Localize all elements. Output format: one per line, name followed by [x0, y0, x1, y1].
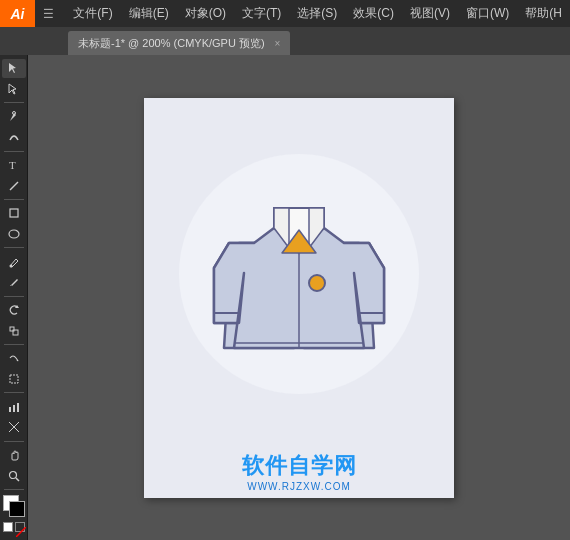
canvas-area: 软件自学网 WWW.RJZXW.COM	[28, 55, 570, 540]
separator-color	[4, 489, 24, 490]
toolbar: T	[0, 55, 28, 540]
menu-view[interactable]: 视图(V)	[402, 0, 458, 27]
selection-tool[interactable]	[2, 59, 26, 78]
artboard: 软件自学网 WWW.RJZXW.COM	[144, 98, 454, 498]
svg-rect-5	[10, 209, 18, 217]
slice-tool[interactable]	[2, 418, 26, 437]
main-area: T	[0, 55, 570, 540]
svg-point-6	[9, 230, 19, 238]
separator-6	[4, 344, 24, 345]
separator-5	[4, 296, 24, 297]
rect-tool[interactable]	[2, 204, 26, 223]
separator-2	[4, 151, 24, 152]
direct-selection-tool[interactable]	[2, 80, 26, 99]
separator-3	[4, 199, 24, 200]
pencil-tool[interactable]	[2, 273, 26, 292]
menu-object[interactable]: 对象(O)	[177, 0, 234, 27]
none-stroke[interactable]	[15, 522, 25, 532]
tab-close[interactable]: ×	[275, 38, 281, 49]
separator-4	[4, 247, 24, 248]
svg-rect-13	[13, 405, 15, 412]
line-tool[interactable]	[2, 176, 26, 195]
svg-marker-0	[9, 63, 16, 73]
svg-point-17	[9, 471, 16, 478]
document-tab[interactable]: 未标题-1* @ 200% (CMYK/GPU 预览) ×	[68, 31, 290, 55]
separator-7	[4, 392, 24, 393]
menu-window[interactable]: 窗口(W)	[458, 0, 517, 27]
white-fill[interactable]	[3, 522, 13, 532]
pen-tool[interactable]	[2, 107, 26, 126]
paintbrush-tool[interactable]	[2, 252, 26, 271]
separator-8	[4, 441, 24, 442]
menu-items: 文件(F) 编辑(E) 对象(O) 文字(T) 选择(S) 效果(C) 视图(V…	[61, 0, 570, 27]
site-name: 软件自学网	[242, 451, 357, 481]
svg-rect-14	[17, 403, 19, 412]
menu-icon: ☰	[35, 0, 61, 27]
tab-bar: 未标题-1* @ 200% (CMYK/GPU 预览) ×	[0, 27, 570, 55]
menu-edit[interactable]: 编辑(E)	[121, 0, 177, 27]
menu-file[interactable]: 文件(F)	[65, 0, 120, 27]
warp-tool[interactable]	[2, 349, 26, 368]
tab-title: 未标题-1* @ 200% (CMYK/GPU 预览)	[78, 36, 265, 51]
menu-text[interactable]: 文字(T)	[234, 0, 289, 27]
menu-select[interactable]: 选择(S)	[289, 0, 345, 27]
site-url: WWW.RJZXW.COM	[242, 481, 357, 492]
hand-tool[interactable]	[2, 446, 26, 465]
free-transform-tool[interactable]	[2, 370, 26, 389]
watermark: 软件自学网 WWW.RJZXW.COM	[242, 451, 357, 492]
scale-tool[interactable]	[2, 321, 26, 340]
svg-rect-12	[9, 407, 11, 412]
svg-line-19	[16, 527, 26, 537]
rotate-tool[interactable]	[2, 301, 26, 320]
svg-text:T: T	[9, 159, 16, 171]
jacket-illustration	[209, 178, 389, 378]
background-color[interactable]	[9, 501, 25, 517]
zoom-tool[interactable]	[2, 466, 26, 485]
svg-point-7	[9, 264, 12, 267]
menu-help[interactable]: 帮助(H	[517, 0, 570, 27]
svg-line-18	[16, 478, 19, 481]
color-swatch-group[interactable]	[3, 495, 25, 517]
curvature-tool[interactable]	[2, 128, 26, 147]
color-swatches	[3, 487, 25, 536]
svg-marker-1	[9, 84, 16, 94]
svg-line-4	[10, 182, 18, 190]
chart-tool[interactable]	[2, 397, 26, 416]
menu-bar: Ai ☰ 文件(F) 编辑(E) 对象(O) 文字(T) 选择(S) 效果(C)…	[0, 0, 570, 27]
type-tool[interactable]: T	[2, 156, 26, 175]
menu-effect[interactable]: 效果(C)	[345, 0, 402, 27]
ellipse-tool[interactable]	[2, 225, 26, 244]
svg-point-21	[309, 275, 325, 291]
separator-1	[4, 102, 24, 103]
app-logo: Ai	[0, 0, 35, 27]
svg-rect-11	[10, 375, 18, 383]
